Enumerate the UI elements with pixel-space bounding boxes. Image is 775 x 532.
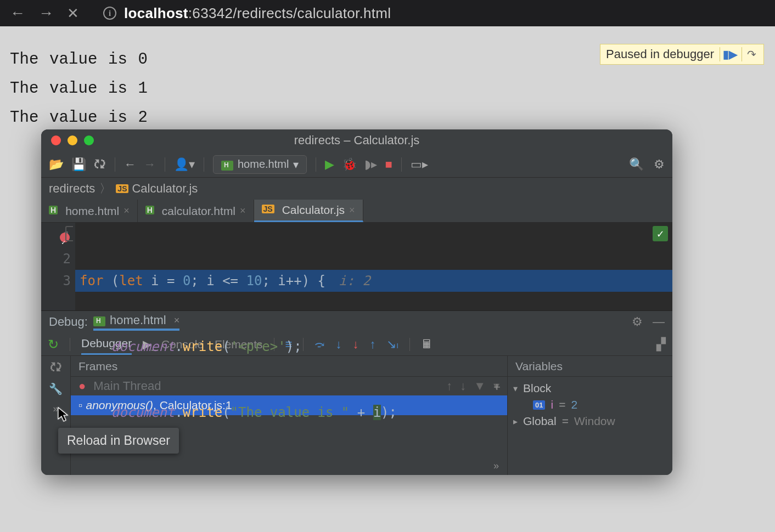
mouse-cursor-icon [57, 407, 69, 426]
close-icon[interactable]: × [349, 205, 355, 216]
html-file-icon [93, 316, 105, 326]
variables-pane: + Variables ▾ Block 01 i = 2 ▸ G [508, 356, 672, 475]
settings-icon[interactable]: ⚙ [654, 157, 665, 172]
ide-title: redirects – Calculator.js [294, 133, 420, 148]
window-minimize-icon[interactable] [68, 135, 77, 145]
tooltip: Reload in Browser [58, 428, 179, 454]
html-file-icon [221, 161, 233, 171]
variable-i[interactable]: 01 i = 2 [513, 397, 667, 413]
browser-address-bar: ← → ✕ i localhost:63342/redirects/calcul… [0, 0, 775, 26]
chevron-down-icon[interactable]: ▾ [513, 383, 518, 394]
more-icon[interactable]: » [493, 460, 499, 472]
stop-icon[interactable]: ■ [385, 157, 392, 172]
scope-block[interactable]: ▾ Block [513, 380, 667, 397]
output-line: The value is 1 [10, 80, 765, 98]
variables-header: Variables [508, 356, 672, 377]
inspection-ok-icon[interactable]: ✓ [653, 226, 668, 241]
nav-forward-icon[interactable]: → [38, 4, 54, 22]
debug-icon[interactable]: 🐞 [342, 157, 357, 172]
back-icon[interactable]: ← [124, 157, 136, 172]
ide-main-toolbar: 📂 💾 🗘 ← → 👤▾ home.html ▾ ▶ 🐞 ◗▸ ■ ▭▸ 🔍 ⚙ [41, 151, 672, 178]
editor-tab-home[interactable]: Hhome.html× [41, 200, 138, 222]
reload-browser-icon[interactable]: 🗘 [50, 360, 62, 375]
user-icon[interactable]: 👤▾ [174, 157, 195, 172]
close-icon[interactable]: × [123, 205, 130, 217]
banner-text: Paused in debugger [606, 47, 714, 61]
breadcrumb-file[interactable]: Calculator.js [132, 182, 198, 195]
window-close-icon[interactable] [51, 135, 61, 145]
open-icon[interactable]: 📂 [49, 157, 64, 172]
window-maximize-icon[interactable] [84, 135, 94, 145]
run-icon[interactable]: ▶ [325, 157, 334, 172]
run-config-label: home.html [238, 158, 289, 171]
rerun-icon[interactable]: ↻ [48, 337, 59, 352]
thread-label[interactable]: Main Thread [93, 379, 161, 393]
coverage-icon[interactable]: ◗▸ [364, 157, 377, 172]
site-info-icon[interactable]: i [103, 7, 116, 20]
breadcrumbs[interactable]: redirects 〉 JSCalculator.js [41, 178, 672, 200]
ide-titlebar[interactable]: redirects – Calculator.js [41, 129, 672, 151]
close-icon[interactable]: × [240, 205, 246, 217]
nav-back-icon[interactable]: ← [10, 4, 25, 22]
resume-icon[interactable]: ▮▶ [720, 47, 736, 61]
code-line-2[interactable]: document.write('<pre>'); [80, 336, 668, 358]
code-line-1[interactable]: for (let i = 0; i <= 10; i++) {i: 2 [75, 270, 672, 292]
code-area[interactable]: for (let i = 0; i <= 10; i++) {i: 2 docu… [75, 223, 672, 310]
chevron-down-icon: ▾ [293, 158, 299, 171]
url-text[interactable]: localhost:63342/redirects/calculator.htm… [124, 5, 391, 22]
attach-icon[interactable]: ▭▸ [411, 157, 428, 172]
run-config-selector[interactable]: home.html ▾ [213, 155, 307, 174]
ide-window: redirects – Calculator.js 📂 💾 🗘 ← → 👤▾ h… [41, 129, 672, 475]
editor-tab-calculator-html[interactable]: Hcalculator.html× [138, 200, 254, 222]
search-icon[interactable]: 🔍 [629, 157, 644, 172]
fold-icon[interactable] [65, 226, 73, 241]
inlay-hint: i: 2 [339, 273, 370, 288]
editor-tab-calculator-js[interactable]: JSCalculator.js× [254, 200, 363, 222]
chevron-right-icon[interactable]: ▸ [513, 416, 518, 427]
save-icon[interactable]: 💾 [71, 157, 86, 172]
add-watch-icon[interactable]: + [493, 380, 501, 394]
code-editor[interactable]: 1 2 3 for (let i = 0; i <= 10; i++) {i: … [41, 223, 672, 310]
output-line: The value is 2 [10, 109, 765, 127]
forward-icon[interactable]: → [144, 157, 156, 172]
breadcrumb-root[interactable]: redirects [49, 182, 95, 196]
nav-stop-icon[interactable]: ✕ [67, 5, 79, 22]
scope-global[interactable]: ▸ Global = Window [513, 413, 667, 429]
chevron-right-icon: 〉 [99, 180, 111, 197]
editor-tabs: Hhome.html× Hcalculator.html× JSCalculat… [41, 200, 672, 223]
wrench-icon[interactable]: 🔧 [49, 382, 63, 395]
step-over-icon[interactable]: ↷ [742, 47, 758, 61]
debug-paused-banner: Paused in debugger ▮▶ ↷ [600, 44, 764, 65]
sync-icon[interactable]: 🗘 [94, 157, 106, 172]
